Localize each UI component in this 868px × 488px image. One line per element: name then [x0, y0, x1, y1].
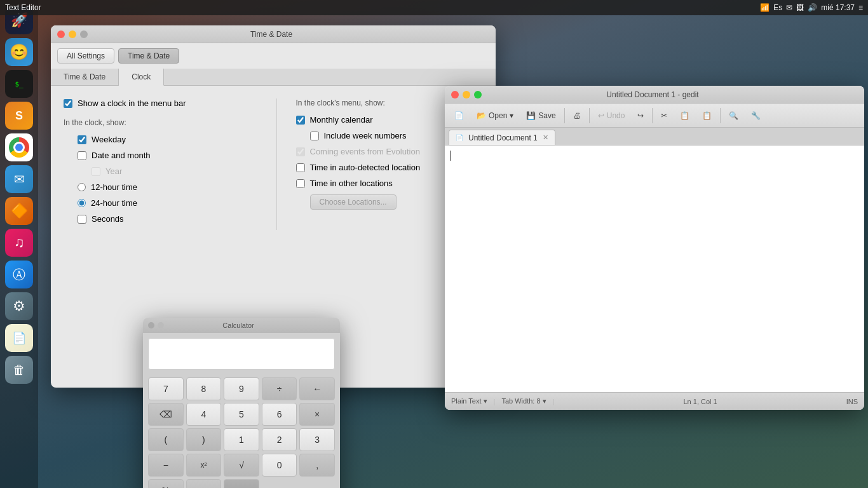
dock-icon-appstore[interactable]: Ⓐ [5, 261, 33, 288]
tab-strip: Time & Date Clock [51, 69, 496, 86]
year-label: Year [105, 166, 122, 176]
calc-btn-clear[interactable]: ⌫ [148, 403, 184, 426]
save-button[interactable]: 💾 Save [520, 107, 561, 125]
radio-12h[interactable] [78, 183, 86, 191]
time-date-titlebar: Time & Date [51, 25, 496, 43]
calculator-window: Calculator 7 8 9 ÷ ← ⌫ 4 5 6 × ( ) 1 2 3… [143, 318, 340, 488]
calc-btn-pct[interactable]: % [148, 479, 184, 488]
weekday-checkbox[interactable] [78, 135, 86, 144]
coming-events-checkbox[interactable] [296, 147, 305, 156]
volume-icon: 🔊 [808, 3, 817, 12]
mail-icon: ✉ [786, 3, 792, 12]
calc-btn-sub[interactable]: − [148, 454, 184, 477]
redo-icon: ↪ [637, 111, 644, 120]
calc-btn-mul[interactable]: × [299, 403, 335, 426]
replace-button[interactable]: 🔧 [745, 107, 766, 125]
cut-button[interactable]: ✂ [655, 107, 673, 125]
replace-icon: 🔧 [751, 111, 761, 120]
screenshot-icon: 🖼 [796, 3, 804, 12]
dock-icon-settings[interactable]: ⚙ [5, 292, 33, 320]
calc-btn-div[interactable]: ÷ [262, 377, 297, 400]
dock-icon-sublime[interactable]: S [5, 102, 33, 130]
gedit-toolbar: 📄 📂 Open ▾ 💾 Save 🖨 ↩ Undo ↪ ✂ 📋 [445, 104, 864, 128]
menubar-right: 📶 Es ✉ 🖼 🔊 mié 17:37 ≡ [760, 3, 863, 12]
tab-close-button[interactable]: ✕ [543, 133, 548, 142]
calc-btn-1[interactable]: 1 [224, 428, 259, 451]
calc-btn-9[interactable]: 9 [224, 377, 259, 400]
calc-btn-6[interactable]: 6 [262, 403, 297, 426]
datetime: mié 17:37 [821, 3, 855, 12]
include-week-checkbox[interactable] [310, 132, 319, 140]
redo-button[interactable]: ↪ [632, 107, 649, 125]
gedit-window-title: Untitled Document 1 - gedit [447, 90, 858, 99]
dock-icon-terminal[interactable]: $_ [5, 70, 33, 98]
dock-icon-music[interactable]: ♫ [5, 229, 33, 257]
monthly-cal-checkbox[interactable] [296, 116, 305, 125]
date-month-row: Date and month [78, 151, 251, 160]
chrome-icon [9, 137, 29, 158]
menu-icon: ≡ [858, 3, 863, 12]
lang-indicator: Es [773, 3, 782, 12]
seconds-checkbox[interactable] [78, 215, 86, 224]
dock-icon-notes[interactable]: 📄 [5, 324, 33, 352]
calc-btn-8[interactable]: 8 [186, 377, 222, 400]
calc-btn-eq[interactable]: = [224, 479, 259, 488]
calc-btn-0[interactable]: 0 [262, 454, 297, 477]
calc-btn-back[interactable]: ← [299, 377, 335, 400]
undo-button[interactable]: ↩ Undo [592, 107, 631, 125]
new-button[interactable]: 📄 [449, 107, 470, 125]
cut-icon: ✂ [661, 111, 667, 120]
time-other-label: Time in other locations [310, 179, 393, 188]
include-week-label: Include week numbers [324, 131, 407, 140]
open-button[interactable]: 📂 Open ▾ [471, 107, 519, 125]
calc-btn-rparen[interactable]: ) [186, 428, 222, 451]
tab-time-date[interactable]: Time & Date [51, 69, 119, 85]
gedit-tabs: 📄 Untitled Document 1 ✕ [445, 128, 864, 146]
calc-btn-3[interactable]: 3 [299, 428, 335, 451]
time-auto-label: Time in auto-detected location [310, 163, 421, 172]
dock-icon-vlc[interactable]: 🔶 [5, 197, 33, 225]
window-title: Time & Date [53, 30, 489, 39]
paste-icon: 📋 [702, 111, 712, 120]
show-clock-label: Show a clock in the menu bar [78, 98, 186, 108]
all-settings-button[interactable]: All Settings [57, 48, 114, 64]
status-tab[interactable]: Tab Width: 8 ▾ [501, 397, 546, 405]
find-button[interactable]: 🔍 [723, 107, 744, 125]
time-date-button[interactable]: Time & Date [118, 48, 179, 64]
year-checkbox[interactable] [92, 167, 100, 176]
settings-left: Show a clock in the menu bar In the cloc… [64, 98, 251, 230]
paste-button[interactable]: 📋 [696, 107, 717, 125]
status-format[interactable]: Plain Text ▾ [451, 397, 487, 405]
tab-clock[interactable]: Clock [119, 69, 164, 86]
calc-btn-2[interactable]: 2 [262, 428, 297, 451]
show-clock-checkbox[interactable] [64, 99, 72, 108]
in-clock-section-label: In the clock, show: [64, 118, 251, 127]
calc-buttons: 7 8 9 ÷ ← ⌫ 4 5 6 × ( ) 1 2 3 − x² √ 0 ,… [143, 375, 340, 488]
time-other-checkbox[interactable] [296, 179, 305, 188]
radio-24h[interactable] [78, 199, 86, 207]
coming-events-label: Coming events from Evolution [310, 147, 420, 156]
gedit-tab-1[interactable]: 📄 Untitled Document 1 ✕ [449, 130, 555, 145]
calc-btn-add[interactable]: + [186, 479, 222, 488]
calc-btn-sq[interactable]: x² [186, 454, 222, 477]
date-month-checkbox[interactable] [78, 151, 86, 160]
dock-icon-finder[interactable]: 😊 [5, 38, 33, 66]
seconds-label: Seconds [92, 214, 124, 224]
text-cursor [450, 151, 451, 161]
calc-title: Calculator [143, 322, 335, 329]
print-button[interactable]: 🖨 [567, 107, 587, 125]
gedit-editor[interactable] [445, 146, 864, 392]
dock-icon-trash[interactable]: 🗑 [5, 356, 33, 384]
choose-locations-button[interactable]: Choose Locations... [310, 194, 397, 210]
calc-btn-sqrt[interactable]: √ [224, 454, 259, 477]
calc-btn-comma[interactable]: , [299, 454, 335, 477]
dock-icon-chrome[interactable] [5, 133, 33, 161]
folder-icon: 📂 [477, 111, 486, 120]
calc-btn-5[interactable]: 5 [224, 403, 259, 426]
time-auto-checkbox[interactable] [296, 163, 305, 172]
dock-icon-mail[interactable]: ✉ [5, 165, 33, 193]
calc-btn-4[interactable]: 4 [186, 403, 222, 426]
calc-btn-lparen[interactable]: ( [148, 428, 184, 451]
copy-button[interactable]: 📋 [674, 107, 695, 125]
calc-btn-7[interactable]: 7 [148, 377, 184, 400]
